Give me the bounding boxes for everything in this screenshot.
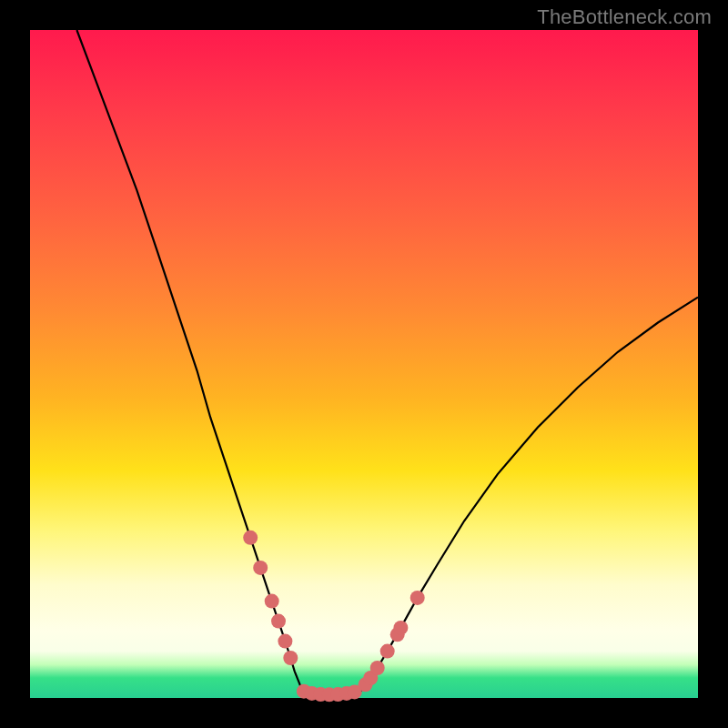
marker-dot: [370, 661, 385, 675]
curve-layer: [76, 30, 698, 694]
marker-dot: [283, 651, 298, 665]
marker-dot: [278, 634, 292, 649]
marker-dot: [253, 561, 268, 575]
marker-dot: [265, 594, 279, 609]
bottleneck-curve-left: [76, 30, 304, 692]
marker-dot: [380, 644, 395, 659]
marker-dot: [243, 531, 258, 545]
marker-dot: [393, 621, 408, 635]
marker-dots-group: [243, 531, 425, 703]
marker-dot: [410, 591, 425, 605]
chart-svg: [0, 0, 728, 728]
bottleneck-curve-right: [360, 298, 698, 692]
marker-dot: [271, 614, 286, 629]
outer-frame: TheBottleneck.com: [0, 0, 728, 728]
